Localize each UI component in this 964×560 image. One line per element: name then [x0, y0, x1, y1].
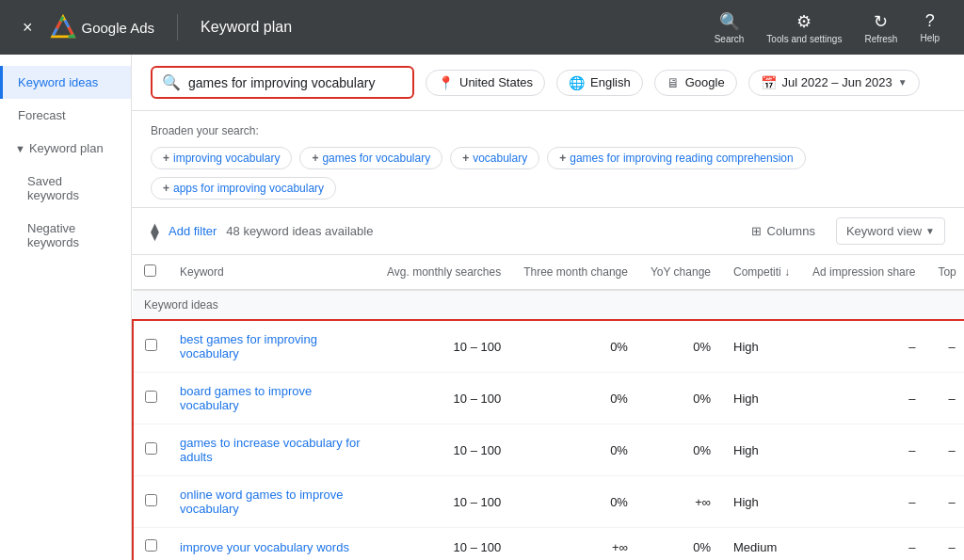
location-filter[interactable]: 📍 United States	[426, 70, 545, 96]
broaden-tag-games-for-vocabulary[interactable]: + games for vocabulary	[299, 147, 442, 169]
sidebar-item-forecast[interactable]: Forecast	[0, 99, 131, 132]
tag-label: apps for improving vocabulary	[173, 182, 324, 195]
broaden-tag-apps-vocabulary[interactable]: + apps for improving vocabulary	[151, 177, 336, 200]
chevron-down-icon: ▼	[898, 77, 908, 88]
tools-nav-icon: ⚙	[796, 11, 811, 32]
search-box[interactable]: 🔍	[151, 66, 414, 99]
search-nav-label: Search	[715, 34, 745, 44]
keyword-text[interactable]: best games for improving vocabulary	[180, 332, 317, 360]
keyword-cell[interactable]: games to increase vocabulary for adults	[169, 424, 376, 476]
top-cell: –	[926, 528, 964, 561]
sort-icon: ↓	[784, 265, 790, 279]
table-row: games to increase vocabulary for adults …	[133, 424, 964, 476]
section-header-label: Keyword ideas	[144, 298, 218, 312]
table-header: Keyword Avg. monthly searches Three mont…	[133, 255, 964, 290]
three-month-cell: 0%	[512, 320, 639, 373]
table-body: Keyword ideas best games for improving v…	[133, 290, 964, 560]
select-all-checkbox[interactable]	[144, 264, 156, 277]
table-row: improve your vocabulary words 10 – 100 +…	[133, 528, 964, 561]
sidebar-item-saved-keywords[interactable]: Saved keywords	[0, 165, 131, 212]
impression-cell: –	[801, 528, 926, 561]
add-filter-button[interactable]: Add filter	[169, 224, 217, 238]
keyword-text[interactable]: board games to improve vocabulary	[180, 384, 312, 412]
competition-cell: High	[722, 320, 801, 373]
broaden-tags: + improving vocabulary + games for vocab…	[151, 147, 945, 200]
keyword-cell[interactable]: best games for improving vocabulary	[169, 320, 376, 373]
yoy-cell: 0%	[639, 373, 722, 424]
close-button[interactable]: ×	[15, 14, 40, 41]
keyword-cell[interactable]: improve your vocabulary words	[169, 528, 376, 561]
network-label: Google	[685, 75, 725, 89]
three-month-cell: +∞	[512, 528, 639, 561]
search-nav-button[interactable]: 🔍 Search	[705, 6, 754, 50]
search-input[interactable]	[188, 75, 377, 90]
top-cell: –	[926, 424, 964, 476]
sidebar-item-keyword-ideas[interactable]: Keyword ideas	[0, 66, 131, 99]
row-checkbox-4[interactable]	[145, 539, 157, 552]
searches-cell: 10 – 100	[376, 476, 512, 528]
three-month-cell: 0%	[512, 476, 639, 528]
network-filter[interactable]: 🖥 Google	[654, 70, 737, 96]
google-ads-logo: Google Ads	[50, 14, 155, 40]
th-top: Top	[926, 255, 964, 290]
row-checkbox-0[interactable]	[145, 339, 157, 351]
sidebar-item-negative-keywords[interactable]: Negative keywords	[0, 212, 131, 259]
help-nav-button[interactable]: ? Help	[910, 6, 949, 49]
search-nav-icon: 🔍	[719, 11, 740, 32]
row-checkbox-1[interactable]	[145, 391, 157, 403]
table-row: best games for improving vocabulary 10 –…	[133, 320, 964, 373]
refresh-nav-icon: ↻	[874, 11, 888, 32]
impression-cell: –	[801, 424, 926, 476]
daterange-filter[interactable]: 📅 Jul 2022 – Jun 2023 ▼	[748, 70, 920, 96]
tools-nav-label: Tools and settings	[766, 34, 842, 44]
yoy-cell: 0%	[639, 528, 722, 561]
sidebar-section-keyword-plan[interactable]: ▼ Keyword plan	[0, 132, 131, 165]
keyword-text[interactable]: improve your vocabulary words	[180, 540, 349, 554]
chevron-down-icon: ▼	[15, 143, 25, 154]
th-checkbox	[133, 255, 169, 290]
plus-icon: +	[163, 152, 169, 165]
searches-cell: 10 – 100	[376, 373, 512, 424]
svg-marker-2	[52, 17, 72, 37]
svg-marker-0	[52, 17, 72, 37]
row-checkbox-3[interactable]	[145, 494, 157, 506]
tag-label: improving vocabulary	[173, 152, 280, 165]
broaden-label: Broaden your search:	[151, 119, 259, 137]
search-icon: 🔍	[162, 73, 181, 91]
keyword-cell[interactable]: board games to improve vocabulary	[169, 373, 376, 424]
tools-nav-button[interactable]: ⚙ Tools and settings	[757, 6, 851, 50]
refresh-nav-button[interactable]: ↻ Refresh	[855, 6, 907, 50]
row-checkbox-2[interactable]	[145, 442, 157, 455]
broaden-tag-vocabulary[interactable]: + vocabulary	[450, 147, 539, 169]
plus-icon: +	[312, 152, 318, 165]
broaden-tag-reading-comprehension[interactable]: + games for improving reading comprehens…	[547, 147, 805, 169]
daterange-label: Jul 2022 – Jun 2023	[782, 75, 892, 89]
top-nav-right: 🔍 Search ⚙ Tools and settings ↻ Refresh …	[705, 6, 949, 50]
th-impression-share: Ad impression share	[801, 255, 926, 290]
table-row: online word games to improve vocabulary …	[133, 476, 964, 528]
keyword-cell[interactable]: online word games to improve vocabulary	[169, 476, 376, 528]
broaden-tag-improving-vocabulary[interactable]: + improving vocabulary	[151, 147, 292, 169]
tag-label: vocabulary	[473, 152, 527, 165]
app-name: Google Ads	[82, 20, 155, 36]
row-checkbox-cell	[133, 528, 169, 561]
keyword-text[interactable]: online word games to improve vocabulary	[180, 488, 343, 516]
nav-divider	[177, 14, 178, 40]
keyword-text[interactable]: games to increase vocabulary for adults	[180, 436, 360, 464]
keyword-view-label: Keyword view	[846, 224, 922, 238]
language-filter[interactable]: 🌐 English	[556, 70, 643, 96]
language-label: English	[590, 75, 631, 89]
page-title: Keyword plan	[201, 19, 292, 36]
network-icon: 🖥	[667, 75, 680, 90]
competition-cell: Medium	[722, 528, 801, 561]
th-competition[interactable]: Competiti ↓	[722, 255, 801, 290]
columns-button[interactable]: ⊞ Columns	[742, 218, 825, 244]
yoy-cell: +∞	[639, 476, 722, 528]
yoy-cell: 0%	[639, 320, 722, 373]
content-area: 🔍 📍 United States 🌐 English 🖥 Google 📅	[132, 55, 964, 560]
impression-cell: –	[801, 476, 926, 528]
keyword-count: 48 keyword ideas available	[226, 224, 373, 238]
filter-icon[interactable]: ⧫	[151, 221, 159, 242]
keyword-view-button[interactable]: Keyword view ▼	[836, 217, 945, 245]
three-month-cell: 0%	[512, 373, 639, 424]
